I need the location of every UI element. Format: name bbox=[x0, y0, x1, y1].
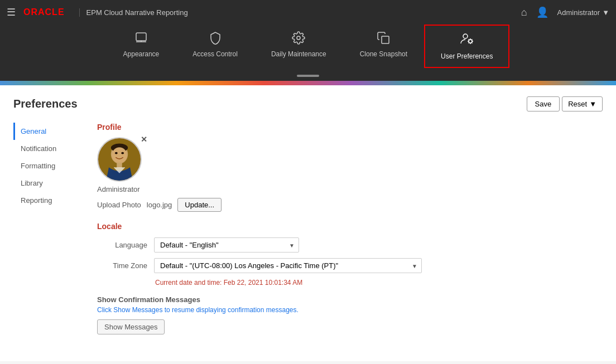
content-area: Profile ✕ bbox=[86, 123, 603, 334]
nav-appearance[interactable]: Appearance bbox=[107, 25, 176, 68]
topbar: ☰ ORACLE EPM Cloud Narrative Reporting ⌂… bbox=[0, 0, 616, 25]
sidebar-item-general[interactable]: General bbox=[13, 123, 80, 140]
svg-rect-0 bbox=[136, 33, 146, 41]
banner-strip bbox=[0, 81, 616, 85]
nav-user-preferences[interactable]: User Preferences bbox=[424, 25, 509, 68]
current-datetime: Current date and time: Feb 22, 2021 10:0… bbox=[155, 279, 603, 287]
user-menu[interactable]: Administrator ▼ bbox=[557, 8, 609, 17]
app-title: EPM Cloud Narrative Reporting bbox=[79, 8, 188, 17]
clone-snapshot-icon bbox=[377, 31, 390, 47]
sidebar: General Notification Formatting Library … bbox=[13, 123, 86, 334]
page-container: Preferences Save Reset ▼ General Notific… bbox=[0, 85, 616, 361]
home-icon[interactable]: ⌂ bbox=[521, 7, 527, 18]
language-select-wrapper: Default - "English" bbox=[154, 237, 299, 253]
save-button[interactable]: Save bbox=[527, 96, 560, 111]
svg-line-11 bbox=[468, 40, 469, 40]
profile-name: Administrator bbox=[97, 185, 603, 193]
profile-section: Profile ✕ bbox=[97, 123, 603, 212]
profile-close-icon[interactable]: ✕ bbox=[141, 135, 147, 144]
confirmation-description: Click Show Messages to resume displaying… bbox=[97, 306, 603, 314]
language-label: Language bbox=[97, 241, 147, 249]
upload-filename: logo.jpg bbox=[147, 201, 172, 209]
confirmation-section: Show Confirmation Messages Click Show Me… bbox=[97, 295, 603, 334]
svg-point-18 bbox=[112, 147, 127, 163]
language-row: Language Default - "English" bbox=[97, 237, 603, 253]
svg-line-12 bbox=[471, 42, 472, 43]
update-button[interactable]: Update... bbox=[177, 198, 222, 212]
confirmation-title: Show Confirmation Messages bbox=[97, 295, 603, 304]
profile-wrapper: ✕ bbox=[97, 137, 142, 182]
svg-rect-4 bbox=[382, 36, 389, 43]
sidebar-item-formatting-label: Formatting bbox=[21, 162, 55, 170]
sidebar-item-library[interactable]: Library bbox=[13, 174, 80, 192]
locale-section-title: Locale bbox=[97, 222, 603, 231]
access-control-label: Access Control bbox=[192, 50, 238, 58]
reset-chevron-icon: ▼ bbox=[589, 100, 596, 108]
timezone-select-wrapper: Default - "(UTC-08:00) Los Angeles - Pac… bbox=[154, 258, 422, 273]
main-layout: General Notification Formatting Library … bbox=[13, 123, 603, 334]
scroll-indicator bbox=[0, 68, 616, 81]
sidebar-item-formatting[interactable]: Formatting bbox=[13, 157, 80, 174]
access-control-icon bbox=[209, 31, 222, 47]
svg-line-14 bbox=[471, 40, 472, 40]
user-preferences-label: User Preferences bbox=[441, 52, 493, 60]
svg-point-20 bbox=[121, 152, 124, 154]
timezone-label: Time Zone bbox=[97, 261, 147, 270]
page-header: Preferences Save Reset ▼ bbox=[13, 96, 603, 111]
nav-clone-snapshot[interactable]: Clone Snapshot bbox=[343, 25, 424, 68]
locale-section: Locale Language Default - "English" Time… bbox=[97, 222, 603, 287]
reset-label: Reset bbox=[568, 100, 587, 108]
oracle-logo: ORACLE bbox=[23, 7, 65, 17]
timezone-row: Time Zone Default - "(UTC-08:00) Los Ang… bbox=[97, 258, 603, 273]
secondary-nav: Appearance Access Control Daily Maintena… bbox=[0, 25, 616, 68]
user-chevron-icon: ▼ bbox=[602, 8, 609, 17]
clone-snapshot-label: Clone Snapshot bbox=[360, 50, 407, 58]
svg-point-6 bbox=[469, 40, 472, 43]
header-actions: Save Reset ▼ bbox=[527, 96, 603, 111]
svg-point-19 bbox=[115, 152, 118, 154]
daily-maintenance-icon bbox=[292, 31, 305, 47]
appearance-icon bbox=[134, 31, 148, 47]
sidebar-item-library-label: Library bbox=[21, 179, 43, 187]
nav-access-control[interactable]: Access Control bbox=[176, 25, 254, 68]
sidebar-item-reporting-label: Reporting bbox=[21, 196, 52, 205]
language-select[interactable]: Default - "English" bbox=[154, 237, 299, 253]
scroll-bar bbox=[297, 75, 319, 77]
upload-row: Upload Photo logo.jpg Update... bbox=[97, 198, 603, 212]
sidebar-item-notification[interactable]: Notification bbox=[13, 140, 80, 157]
appearance-label: Appearance bbox=[123, 50, 160, 58]
reset-button[interactable]: Reset ▼ bbox=[562, 96, 603, 111]
user-preferences-icon bbox=[459, 31, 475, 49]
daily-maintenance-label: Daily Maintenance bbox=[271, 50, 326, 58]
nav-daily-maintenance[interactable]: Daily Maintenance bbox=[254, 25, 343, 68]
sidebar-item-notification-label: Notification bbox=[21, 144, 56, 153]
avatar bbox=[97, 137, 142, 182]
svg-rect-21 bbox=[117, 163, 122, 168]
svg-line-13 bbox=[468, 42, 469, 43]
topbar-right: ⌂ 👤 Administrator ▼ bbox=[521, 6, 609, 18]
profile-section-title: Profile bbox=[97, 123, 603, 132]
user-label: Administrator bbox=[557, 8, 600, 17]
sidebar-item-general-label: General bbox=[21, 127, 46, 135]
show-messages-button[interactable]: Show Messages bbox=[97, 319, 165, 334]
logo-area: ORACLE bbox=[23, 7, 70, 17]
sidebar-item-reporting[interactable]: Reporting bbox=[13, 192, 80, 209]
people-icon[interactable]: 👤 bbox=[536, 6, 548, 18]
svg-point-5 bbox=[463, 34, 468, 38]
hamburger-icon[interactable]: ☰ bbox=[7, 6, 16, 18]
upload-label: Upload Photo bbox=[97, 201, 141, 209]
timezone-select[interactable]: Default - "(UTC-08:00) Los Angeles - Pac… bbox=[154, 258, 422, 273]
svg-point-3 bbox=[297, 36, 300, 40]
page-title: Preferences bbox=[13, 98, 78, 110]
